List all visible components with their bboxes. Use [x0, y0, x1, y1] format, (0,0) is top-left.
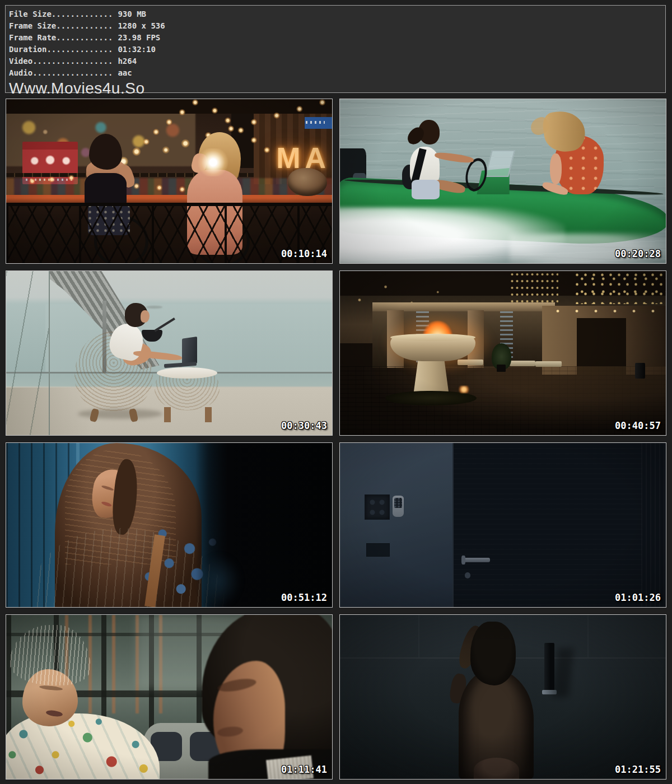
info-value: 930 MB [113, 10, 146, 18]
woman-head [125, 303, 148, 326]
vignette [340, 271, 666, 435]
vignette [340, 615, 666, 779]
info-value: 23.98 FPS [113, 33, 160, 42]
bar-counter [6, 195, 332, 202]
driver-shorts [412, 180, 439, 199]
rim-light [198, 554, 241, 607]
timestamp-badge: 01:11:41 [281, 764, 327, 775]
info-label: Duration.............. [9, 45, 113, 54]
info-value: 01:32:10 [113, 45, 155, 54]
passenger-arm [550, 153, 561, 185]
thumbnail-night-market: MA 00:10:14 [6, 99, 333, 264]
thumbnail-motorboat: 00:20:28 [339, 99, 666, 264]
info-label: Frame Rate............ [9, 33, 113, 42]
thumbnail-woman-blouse: 00:51:12 [6, 442, 333, 608]
floor-shadow [6, 388, 91, 435]
timestamp-badge: 00:30:43 [281, 420, 327, 431]
info-line-audio: Audio.................aac [9, 67, 665, 79]
driver-head [418, 120, 440, 144]
media-info-panel: File Size.............930 MB Frame Size.… [5, 5, 666, 93]
info-value: 1280 x 536 [113, 21, 165, 30]
thumbnail-balcony: 00:30:43 [6, 270, 333, 436]
info-label: Frame Size............ [9, 21, 113, 30]
timestamp-badge: 01:01:26 [615, 592, 661, 603]
timestamp-badge: 00:20:28 [615, 248, 661, 259]
table-leg [205, 407, 212, 422]
info-line-framerate: Frame Rate............23.98 FPS [9, 32, 665, 44]
info-line-framesize: Frame Size............1280 x 536 [9, 20, 665, 32]
info-value: aac [113, 68, 132, 77]
handbag [288, 168, 327, 196]
table-leg [164, 407, 171, 422]
info-line-video: Video.................h264 [9, 55, 665, 67]
timestamp-badge: 00:51:12 [281, 592, 327, 603]
info-line-duration: Duration..............01:32:10 [9, 44, 665, 55]
thumbnail-dark-door: 01:01:26 [339, 442, 666, 608]
info-value: h264 [113, 57, 137, 66]
laptop-screen [182, 337, 197, 366]
watermark: Www.Movies4u.So [9, 80, 665, 97]
info-label: File Size............. [9, 10, 113, 18]
timestamp-badge: 00:10:14 [281, 248, 327, 259]
thumbnail-grid: MA 00:10:14 [6, 99, 666, 780]
rattan-table [155, 366, 220, 410]
thumbnail-shower: 01:21:55 [339, 614, 666, 780]
timestamp-badge: 00:40:57 [615, 420, 661, 431]
info-label: Audio................. [9, 68, 113, 77]
thumbnail-two-men: 01:11:41 [6, 614, 333, 780]
info-label: Video................. [9, 57, 113, 66]
timestamp-badge: 01:21:55 [615, 764, 661, 775]
info-line-filesize: File Size.............930 MB [9, 8, 665, 20]
phone-flash [197, 148, 229, 176]
thumbnail-courtyard: 00:40:57 [339, 270, 666, 436]
darkness-overlay [340, 443, 666, 607]
